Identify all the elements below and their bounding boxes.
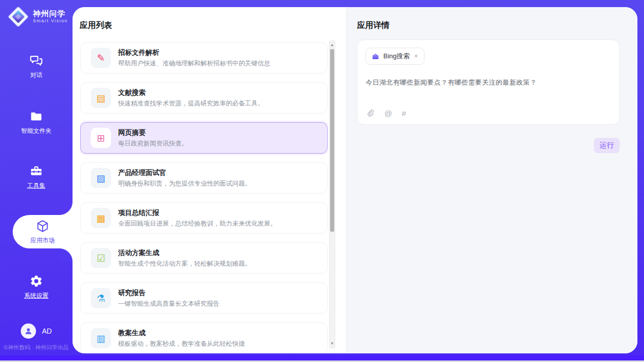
paperclip-icon[interactable] bbox=[366, 109, 375, 118]
toolbox-icon bbox=[29, 164, 44, 178]
interview-icon: ▨ bbox=[91, 168, 111, 188]
gear-icon bbox=[29, 274, 44, 288]
research-icon: ⚗ bbox=[91, 288, 111, 308]
avatar bbox=[21, 323, 36, 339]
app-card[interactable]: ☑ 活动方案生成 智能生成个性化活动方案，轻松解决规划难题。 bbox=[80, 242, 328, 274]
cube-icon bbox=[35, 219, 50, 233]
brand-logo: 神州问学 Smart Vision bbox=[8, 6, 68, 27]
app-list-title: 应用列表 bbox=[80, 20, 112, 31]
app-detail-title: 应用详情 bbox=[357, 20, 389, 31]
run-button[interactable]: 运行 bbox=[594, 138, 620, 153]
scrollbar-thumb[interactable] bbox=[330, 49, 334, 232]
query-input-card[interactable]: Bing搜索 × 今日湖北有哪些新闻要点？有哪些需要关注的最新政策？ @ # bbox=[357, 40, 620, 125]
app-card[interactable]: ▥ 教案生成 模板驱动，教案秒成，教学准备从此轻松快捷 bbox=[80, 322, 328, 353]
book-icon: ▤ bbox=[91, 88, 111, 108]
tool-tag-bing-search[interactable]: Bing搜索 × bbox=[366, 48, 424, 65]
app-detail-panel: 应用详情 Bing搜索 × 今日湖北有哪些新闻要点？有哪些需要关注的最新政策？ bbox=[346, 7, 637, 353]
tool-tag-label: Bing搜索 bbox=[383, 52, 410, 61]
app-card[interactable]: ▨ 产品经理面试官 明确身份和职责，为您提供专业性的面试问题。 bbox=[80, 162, 328, 194]
folder-icon bbox=[29, 110, 44, 124]
app-card[interactable]: ▤ 文献搜索 快速精准查找学术资源，提高研究效率的必备工具。 bbox=[80, 82, 328, 114]
sidebar-item-settings[interactable]: 系统设置 bbox=[0, 273, 73, 301]
sidebar-item-chat[interactable]: 对话 bbox=[0, 52, 73, 81]
scrollbar-up-icon[interactable]: ▲ bbox=[330, 42, 335, 49]
scrollbar[interactable]: ▲ ▼ bbox=[329, 41, 335, 348]
app-list-panel: 应用列表 ✎ 招标文件解析 帮助用户快速、准确地理解和解析招标书中的关键信息 ▤… bbox=[73, 7, 346, 353]
chat-icon bbox=[29, 54, 44, 68]
app-card[interactable]: ▦ 项目总结汇报 全面回顾项目进展，总结经验教训，助力未来优化发展。 bbox=[80, 202, 328, 234]
app-window: 神州问学 Smart Vision 对话 智能文件夹 工具集 应用市场 系统设置… bbox=[0, 0, 644, 362]
close-icon[interactable]: × bbox=[414, 53, 418, 60]
summary-icon: ▦ bbox=[91, 208, 111, 228]
user-initials: AD bbox=[42, 327, 52, 335]
attachment-toolbar: @ # bbox=[366, 109, 406, 118]
pen-square-icon: ✎ bbox=[91, 48, 111, 68]
app-card[interactable]: ✎ 招标文件解析 帮助用户快速、准确地理解和解析招标书中的关键信息 bbox=[80, 42, 328, 74]
main-content: 应用列表 ✎ 招标文件解析 帮助用户快速、准确地理解和解析招标书中的关键信息 ▤… bbox=[73, 7, 637, 353]
clipboard-icon: ☑ bbox=[91, 248, 111, 268]
books-icon: ▥ bbox=[91, 328, 111, 348]
app-card[interactable]: ⚗ 研究报告 一键智能生成高质量长文本研究报告 bbox=[80, 282, 328, 314]
brand-subtitle: Smart Vision bbox=[33, 19, 68, 24]
user-account[interactable]: AD bbox=[0, 323, 73, 339]
copyright-text: ©神州数码 · 神州问学出品 bbox=[0, 344, 73, 351]
sidebar-item-app-market[interactable]: 应用市场 bbox=[13, 215, 73, 248]
bottom-bar bbox=[0, 355, 644, 360]
app-list: ✎ 招标文件解析 帮助用户快速、准确地理解和解析招标书中的关键信息 ▤ 文献搜索… bbox=[80, 42, 328, 353]
scrollbar-down-icon[interactable]: ▼ bbox=[330, 340, 335, 347]
person-icon bbox=[24, 327, 33, 336]
at-icon[interactable]: @ bbox=[384, 110, 392, 117]
briefcase-icon bbox=[372, 53, 379, 60]
sidebar-item-toolset[interactable]: 工具集 bbox=[0, 163, 73, 191]
webpage-icon: ⊞ bbox=[91, 128, 111, 148]
hash-icon[interactable]: # bbox=[402, 110, 406, 117]
brand-name: 神州问学 bbox=[33, 10, 68, 18]
sidebar-item-smart-folder[interactable]: 智能文件夹 bbox=[0, 108, 73, 136]
diamond-logo-icon bbox=[8, 6, 29, 27]
query-text[interactable]: 今日湖北有哪些新闻要点？有哪些需要关注的最新政策？ bbox=[366, 78, 611, 87]
sidebar: 神州问学 Smart Vision 对话 智能文件夹 工具集 应用市场 系统设置… bbox=[0, 0, 73, 355]
app-card[interactable]: ⊞ 网页摘要 每日政府新闻资讯快查。 bbox=[80, 122, 328, 154]
